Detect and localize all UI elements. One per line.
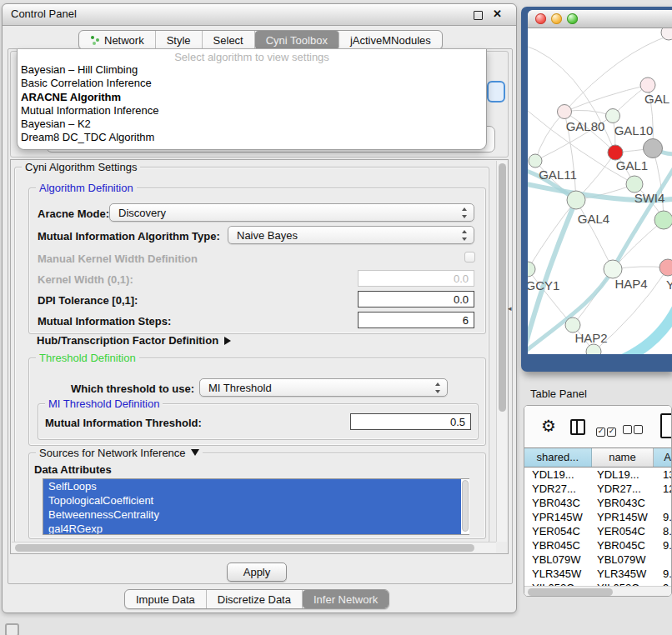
table-row[interactable]: YER054C YER054C 8. bbox=[524, 524, 671, 538]
network-node[interactable] bbox=[644, 139, 663, 158]
network-node-label: GAL1 bbox=[616, 158, 648, 172]
attributes-scrollbar[interactable] bbox=[461, 479, 469, 534]
cell-shared-name: YDR27... bbox=[524, 482, 594, 496]
minimize-window-icon[interactable] bbox=[551, 13, 562, 24]
gear-icon[interactable] bbox=[541, 416, 556, 436]
manual-kernel-width-checkbox[interactable] bbox=[464, 252, 475, 262]
algorithm-dropdown-item[interactable]: ARACNE Algorithm bbox=[18, 91, 486, 104]
settings-vertical-scrollbar[interactable] bbox=[496, 161, 507, 542]
apply-button[interactable]: Apply bbox=[227, 562, 287, 582]
focused-combo-fragment[interactable] bbox=[487, 81, 505, 102]
deselect-all-icon[interactable] bbox=[623, 422, 644, 438]
data-attribute-item[interactable]: gal4RGexp bbox=[43, 522, 469, 535]
cell-shared-name: YBR043C bbox=[524, 496, 594, 510]
column-browser-icon[interactable] bbox=[570, 419, 585, 435]
network-node[interactable] bbox=[626, 176, 643, 192]
aracne-mode-select[interactable]: Discovery bbox=[109, 203, 474, 222]
cyni-bottom-tabbar: Impute Data Discretize Data Infer Networ… bbox=[124, 589, 389, 609]
tab-label: Impute Data bbox=[136, 593, 195, 606]
table-horizontal-scrollbar-thumb[interactable] bbox=[528, 588, 613, 596]
kernel-width-field[interactable]: 0.0 bbox=[358, 270, 474, 287]
network-node[interactable] bbox=[529, 154, 542, 168]
hub-definition-toggle[interactable]: Hub/Transcription Factor Definition bbox=[37, 332, 231, 348]
close-icon[interactable] bbox=[493, 8, 502, 20]
mi-algorithm-type-select[interactable]: Naive Bayes bbox=[228, 226, 474, 244]
table-row[interactable]: YDR27... YDR27... 12 bbox=[524, 482, 671, 496]
kernel-width-label: Kernel Width (0,1): bbox=[38, 273, 133, 286]
network-node[interactable] bbox=[528, 262, 535, 277]
network-edge[interactable] bbox=[528, 45, 615, 152]
select-all-icon[interactable] bbox=[596, 422, 618, 438]
table-row[interactable]: YPR145W YPR145W 9. bbox=[524, 510, 671, 524]
table-column-header[interactable]: A bbox=[654, 448, 671, 467]
float-icon[interactable] bbox=[474, 11, 483, 20]
network-view[interactable]: GALGAL80GAL10GAL11GAL1SWI4GAL4GCY1HAP4YH… bbox=[528, 28, 672, 354]
network-node[interactable] bbox=[640, 78, 655, 92]
network-node-label: GAL bbox=[644, 92, 669, 106]
tab[interactable]: Style bbox=[156, 31, 203, 49]
which-threshold-select[interactable]: MI Threshold bbox=[199, 378, 448, 397]
tab-label: Style bbox=[167, 34, 191, 47]
cell-name: YBR045C bbox=[594, 538, 659, 552]
control-panel-titlebar[interactable]: Control Panel bbox=[3, 4, 516, 26]
tab[interactable]: Impute Data bbox=[125, 590, 207, 608]
tab-label: Discretize Data bbox=[218, 593, 291, 606]
cell-value: 12 bbox=[659, 482, 671, 496]
network-edge[interactable] bbox=[618, 307, 672, 354]
tab[interactable]: Infer Network bbox=[303, 590, 389, 608]
network-node[interactable] bbox=[606, 109, 620, 123]
network-node[interactable] bbox=[659, 259, 672, 276]
cell-name: YLR345W bbox=[594, 567, 659, 581]
sources-group-title[interactable]: Sources for Network Inference bbox=[36, 447, 203, 459]
algorithm-dropdown-item[interactable]: Dream8 DC_TDC Algorithm bbox=[18, 131, 486, 144]
tab[interactable]: jActiveMNodules bbox=[339, 31, 442, 49]
dpi-tolerance-field[interactable]: 0.0 bbox=[358, 291, 474, 308]
network-window-titlebar[interactable] bbox=[528, 10, 672, 28]
algorithm-dropdown-item[interactable]: Mutual Information Inference bbox=[18, 104, 486, 118]
settings-horizontal-scrollbar[interactable] bbox=[12, 542, 496, 552]
cyni-algorithm-settings-title: Cyni Algorithm Settings bbox=[22, 161, 140, 173]
mi-steps-field[interactable]: 6 bbox=[358, 312, 474, 328]
table-horizontal-scrollbar[interactable] bbox=[524, 586, 671, 597]
mi-threshold-group-title: MI Threshold Definition bbox=[45, 398, 163, 410]
network-node[interactable] bbox=[604, 260, 622, 278]
attributes-scrollbar-thumb[interactable] bbox=[462, 480, 469, 532]
network-edge[interactable] bbox=[576, 200, 613, 269]
which-threshold-label: Which threshold to use: bbox=[38, 382, 194, 395]
mi-threshold-field[interactable]: 0.5 bbox=[350, 413, 471, 430]
settings-vertical-scrollbar-thumb[interactable] bbox=[499, 163, 506, 412]
tab[interactable]: Select bbox=[203, 31, 255, 49]
network-node[interactable] bbox=[654, 211, 672, 229]
network-node[interactable] bbox=[558, 105, 572, 119]
network-node[interactable] bbox=[567, 191, 585, 209]
tab[interactable]: Cyni Toolbox bbox=[255, 31, 339, 49]
mini-toggle-button[interactable] bbox=[5, 623, 19, 635]
cell-shared-name: YBL079W bbox=[524, 552, 594, 567]
settings-horizontal-scrollbar-thumb[interactable] bbox=[15, 544, 474, 552]
threshold-definition-group: Threshold Definition Which threshold to … bbox=[28, 358, 486, 446]
zoom-window-icon[interactable] bbox=[567, 13, 578, 24]
data-attribute-item[interactable]: TopologicalCoefficient bbox=[43, 493, 469, 508]
table-row[interactable]: YDL19... YDL19... 13 bbox=[524, 468, 671, 482]
table-column-header[interactable]: name bbox=[592, 448, 654, 467]
panel-divider-handle[interactable] bbox=[508, 304, 512, 312]
table-column-header[interactable]: shared... bbox=[524, 448, 592, 467]
tab[interactable]: Discretize Data bbox=[207, 590, 303, 608]
algorithm-dropdown-item[interactable]: Bayesian – K2 bbox=[18, 118, 486, 131]
algorithm-dropdown-item[interactable]: Basic Correlation Inference bbox=[18, 77, 486, 90]
close-window-icon[interactable] bbox=[535, 13, 546, 24]
file-icon[interactable] bbox=[660, 413, 672, 438]
table-row[interactable]: YBR043C YBR043C bbox=[524, 496, 671, 510]
expand-down-icon bbox=[191, 449, 199, 456]
tab[interactable]: Network bbox=[79, 31, 156, 49]
algorithm-dropdown-item[interactable]: Bayesian – Hill Climbing bbox=[18, 63, 486, 77]
network-edge[interactable] bbox=[653, 148, 664, 218]
cell-name: YPR145W bbox=[594, 510, 659, 524]
data-attribute-item[interactable]: SelfLoops bbox=[43, 479, 469, 493]
network-canvas[interactable]: GALGAL80GAL10GAL11GAL1SWI4GAL4GCY1HAP4YH… bbox=[528, 28, 672, 354]
data-attribute-item[interactable]: BetweennessCentrality bbox=[43, 508, 469, 522]
network-node[interactable] bbox=[586, 344, 601, 354]
table-row[interactable]: YBR045C YBR045C 9. bbox=[524, 538, 671, 552]
table-row[interactable]: YBL079W YBL079W bbox=[524, 552, 671, 567]
table-row[interactable]: YLR345W YLR345W 9. bbox=[524, 567, 671, 581]
